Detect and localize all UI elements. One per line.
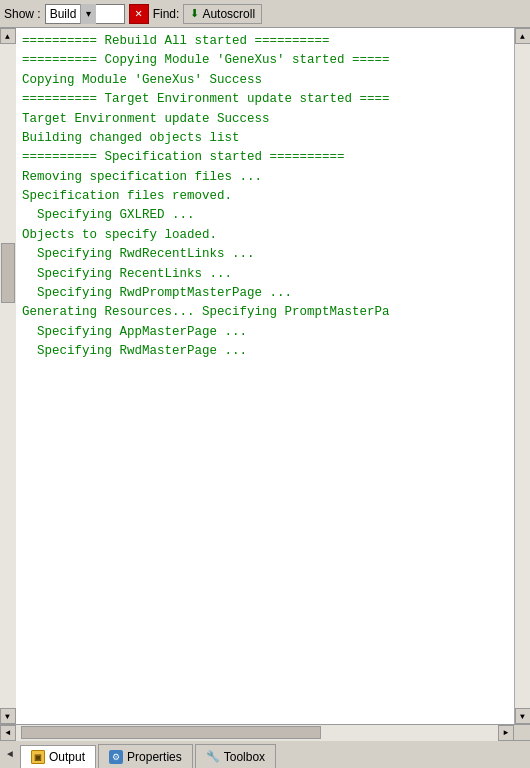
tab-toolbox-label: Toolbox [224, 750, 265, 764]
h-scroll-track[interactable] [16, 725, 498, 741]
right-scroll-down-button[interactable]: ▼ [515, 708, 531, 724]
tab-output-label: Output [49, 750, 85, 764]
log-line: Removing specification files ... [22, 168, 508, 187]
log-line: Specifying RwdPromptMasterPage ... [22, 284, 508, 303]
close-button[interactable]: ✕ [129, 4, 149, 24]
show-label: Show : [4, 7, 41, 21]
log-line: ========== Specification started =======… [22, 148, 508, 167]
scroll-down-button[interactable]: ▼ [0, 708, 16, 724]
tab-toolbox[interactable]: 🔧 Toolbox [195, 744, 276, 768]
log-line: Target Environment update Success [22, 110, 508, 129]
scroll-track[interactable] [0, 44, 16, 708]
autoscroll-button[interactable]: ⬇ Autoscroll [183, 4, 262, 24]
h-scroll-thumb[interactable] [21, 726, 321, 739]
log-line: ========== Rebuild All started =========… [22, 32, 508, 51]
find-label: Find: [153, 7, 180, 21]
bottom-tabs: ◄ ▣ Output ⚙ Properties 🔧 Toolbox [0, 740, 530, 768]
log-line: Copying Module 'GeneXus' Success [22, 71, 508, 90]
right-scrollbar: ▲ ▼ [514, 28, 530, 724]
log-line: Objects to specify loaded. [22, 226, 508, 245]
tab-properties[interactable]: ⚙ Properties [98, 744, 193, 768]
output-tab-icon: ▣ [31, 750, 45, 764]
tab-properties-label: Properties [127, 750, 182, 764]
scroll-up-button[interactable]: ▲ [0, 28, 16, 44]
autoscroll-label: Autoscroll [202, 7, 255, 21]
main-area: ▲ ▼ ========== Rebuild All started =====… [0, 28, 530, 724]
toolbox-tab-icon: 🔧 [206, 750, 220, 764]
log-line: Building changed objects list [22, 129, 508, 148]
autoscroll-arrow-icon: ⬇ [190, 7, 199, 20]
scroll-corner [514, 725, 530, 741]
tab-output[interactable]: ▣ Output [20, 745, 96, 768]
scroll-thumb[interactable] [1, 243, 15, 303]
dropdown-value: Build [50, 7, 77, 21]
log-line: Specification files removed. [22, 187, 508, 206]
log-line: Specifying AppMasterPage ... [22, 323, 508, 342]
h-scroll-left-button[interactable]: ◄ [0, 725, 16, 741]
log-line: ========== Copying Module 'GeneXus' star… [22, 51, 508, 70]
dropdown-arrow-icon[interactable]: ▾ [80, 4, 96, 24]
right-scroll-up-button[interactable]: ▲ [515, 28, 531, 44]
log-line: Generating Resources... Specifying Promp… [22, 303, 508, 322]
h-scroll-right-button[interactable]: ► [498, 725, 514, 741]
left-scrollbar: ▲ ▼ [0, 28, 16, 724]
log-line: Specifying RecentLinks ... [22, 265, 508, 284]
properties-tab-icon: ⚙ [109, 750, 123, 764]
content-panel: ========== Rebuild All started =========… [16, 28, 514, 724]
log-line: ========== Target Environment update sta… [22, 90, 508, 109]
right-scroll-track[interactable] [515, 44, 531, 708]
horizontal-scrollbar: ◄ ► [0, 724, 530, 740]
log-line: Specifying RwdRecentLinks ... [22, 245, 508, 264]
tab-scroll-left-button[interactable]: ◄ [0, 740, 20, 768]
toolbar: Show : Build ▾ ✕ Find: ⬇ Autoscroll [0, 0, 530, 28]
log-output: ========== Rebuild All started =========… [16, 28, 514, 724]
show-dropdown[interactable]: Build ▾ [45, 4, 125, 24]
log-line: Specifying GXLRED ... [22, 206, 508, 225]
log-line: Specifying RwdMasterPage ... [22, 342, 508, 361]
